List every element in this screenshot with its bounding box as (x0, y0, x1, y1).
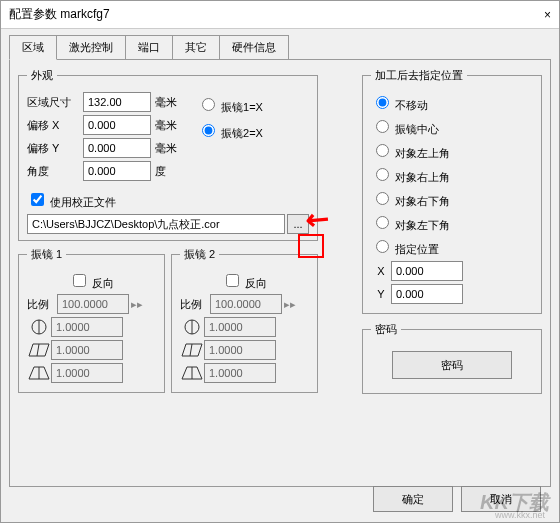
x-label: X (371, 265, 391, 277)
mirror2-legend: 振镜 2 (180, 247, 219, 262)
size-unit: 毫米 (155, 95, 177, 110)
mirror2-v2 (204, 340, 276, 360)
offy-label: 偏移 Y (27, 141, 83, 156)
barrel-icon (27, 318, 51, 336)
password-button[interactable]: 密码 (392, 351, 512, 379)
file-path-input[interactable] (27, 214, 285, 234)
tab-other[interactable]: 其它 (172, 35, 220, 60)
mirror1x-radio[interactable]: 振镜1=X (197, 95, 263, 115)
mirror1-ratio (57, 294, 129, 314)
browse-button[interactable]: ... (287, 214, 309, 234)
postpos-group: 加工后去指定位置 不移动 振镜中心 对象左上角 对象右上角 对象右下角 对象左下… (362, 68, 542, 314)
offy-unit: 毫米 (155, 141, 177, 156)
opt-spec[interactable]: 指定位置 (371, 237, 533, 257)
opt-center[interactable]: 振镜中心 (371, 117, 533, 137)
x-input[interactable] (391, 261, 463, 281)
mirror2-ratio-label: 比例 (180, 297, 210, 312)
mirror2-v1 (204, 317, 276, 337)
offx-label: 偏移 X (27, 118, 83, 133)
mirror2-group: 振镜 2 反向 比例▸▸ (171, 247, 318, 393)
svg-line-3 (37, 344, 39, 356)
password-group: 密码 密码 (362, 322, 542, 394)
mirror1-ratio-label: 比例 (27, 297, 57, 312)
mirror1-group: 振镜 1 反向 比例▸▸ (18, 247, 165, 393)
opt-nomove[interactable]: 不移动 (371, 93, 533, 113)
opt-br[interactable]: 对象右下角 (371, 189, 533, 209)
mirror1-reverse[interactable]: 反向 (69, 271, 114, 291)
angle-label: 角度 (27, 164, 83, 179)
parallelogram-icon (27, 341, 51, 359)
mirror2-reverse[interactable]: 反向 (222, 271, 267, 291)
mirror1-v1 (51, 317, 123, 337)
dialog-window: 配置参数 markcfg7 × 区域 激光控制 端口 其它 硬件信息 外观 区域… (0, 0, 560, 523)
y-label: Y (371, 288, 391, 300)
opt-tr[interactable]: 对象右上角 (371, 165, 533, 185)
close-icon[interactable]: × (544, 8, 551, 22)
titlebar: 配置参数 markcfg7 × (1, 1, 559, 29)
offx-unit: 毫米 (155, 118, 177, 133)
tab-strip: 区域 激光控制 端口 其它 硬件信息 (9, 35, 551, 60)
trapezoid-icon (180, 364, 204, 382)
ratio-spinner-icon[interactable]: ▸▸ (131, 298, 143, 311)
mirror2x-radio[interactable]: 振镜2=X (197, 121, 263, 141)
tab-port[interactable]: 端口 (125, 35, 173, 60)
size-input[interactable] (83, 92, 151, 112)
ratio-spinner-icon[interactable]: ▸▸ (284, 298, 296, 311)
mirror2-ratio (210, 294, 282, 314)
angle-unit: 度 (155, 164, 166, 179)
appearance-legend: 外观 (27, 68, 57, 83)
tab-region[interactable]: 区域 (9, 35, 57, 60)
postpos-legend: 加工后去指定位置 (371, 68, 467, 83)
size-label: 区域尺寸 (27, 95, 83, 110)
barrel-icon (180, 318, 204, 336)
opt-bl[interactable]: 对象左下角 (371, 213, 533, 233)
use-file-checkbox[interactable]: 使用校正文件 (27, 190, 116, 210)
parallelogram-icon (180, 341, 204, 359)
password-legend: 密码 (371, 322, 401, 337)
window-title: 配置参数 markcfg7 (9, 6, 110, 23)
mirror1-v3 (51, 363, 123, 383)
opt-tl[interactable]: 对象左上角 (371, 141, 533, 161)
tab-hwinfo[interactable]: 硬件信息 (219, 35, 289, 60)
mirror2-v3 (204, 363, 276, 383)
tab-panel: 外观 区域尺寸 毫米 偏移 X 毫米 偏移 Y (9, 59, 551, 487)
mirror1-legend: 振镜 1 (27, 247, 66, 262)
y-input[interactable] (391, 284, 463, 304)
ok-button[interactable]: 确定 (373, 486, 453, 512)
trapezoid-icon (27, 364, 51, 382)
cancel-button[interactable]: 取消 (461, 486, 541, 512)
mirror1-v2 (51, 340, 123, 360)
offx-input[interactable] (83, 115, 151, 135)
angle-input[interactable] (83, 161, 151, 181)
svg-line-9 (190, 344, 192, 356)
ellipsis-icon: ... (293, 218, 302, 230)
offy-input[interactable] (83, 138, 151, 158)
tab-laser[interactable]: 激光控制 (56, 35, 126, 60)
appearance-group: 外观 区域尺寸 毫米 偏移 X 毫米 偏移 Y (18, 68, 318, 241)
